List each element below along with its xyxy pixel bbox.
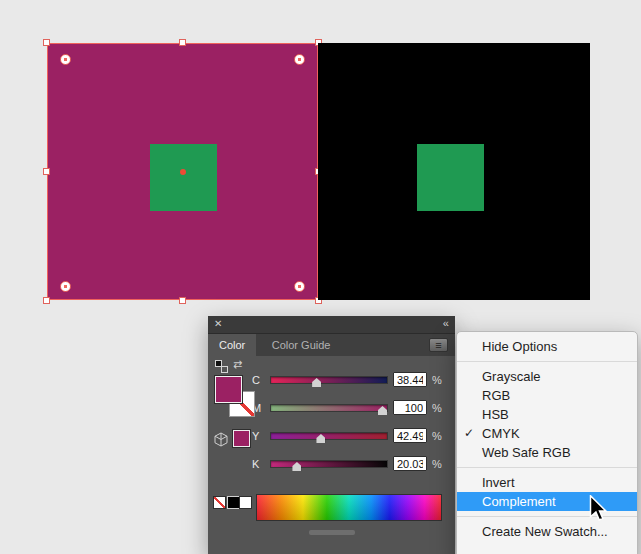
- color-spectrum-bar[interactable]: [256, 494, 442, 521]
- magenta-value-input[interactable]: [393, 400, 427, 415]
- checkmark-icon: ✓: [464, 424, 479, 443]
- corner-radius-widget[interactable]: [294, 281, 305, 292]
- menu-separator: [457, 467, 637, 468]
- tab-color-guide[interactable]: Color Guide: [261, 334, 342, 356]
- left-inner-green-square[interactable]: [150, 144, 217, 211]
- magenta-slider-thumb[interactable]: [378, 406, 387, 415]
- panel-menu-button[interactable]: ≡: [429, 338, 448, 352]
- corner-radius-widget[interactable]: [60, 54, 71, 65]
- panel-resize-grip[interactable]: [309, 530, 355, 535]
- menu-separator: [457, 516, 637, 517]
- black-value-input[interactable]: [393, 456, 427, 471]
- collapse-icon[interactable]: ‹‹: [443, 317, 448, 329]
- menu-item-complement[interactable]: Complement: [457, 492, 637, 511]
- cyan-slider[interactable]: [270, 376, 388, 384]
- illustrator-workspace: ✕ ‹‹ Color Color Guide ≡ ⇄ C %: [0, 0, 641, 554]
- yellow-slider-thumb[interactable]: [316, 434, 325, 443]
- mouse-cursor: [589, 495, 607, 522]
- yellow-percent-sign: %: [432, 430, 442, 442]
- cyan-slider-thumb[interactable]: [312, 378, 321, 387]
- close-icon[interactable]: ✕: [214, 318, 222, 329]
- menu-item-cmyk[interactable]: ✓CMYK: [457, 424, 637, 443]
- menu-item-grayscale[interactable]: Grayscale: [457, 367, 637, 386]
- right-inner-green-square[interactable]: [417, 144, 484, 211]
- panel-tabbar: Color Color Guide ≡: [208, 334, 455, 356]
- black-slider[interactable]: [270, 460, 388, 468]
- menu-item-rgb[interactable]: RGB: [457, 386, 637, 405]
- bbox-handle-top-left[interactable]: [43, 39, 50, 46]
- hamburger-icon: ≡: [435, 339, 441, 351]
- yellow-value-input[interactable]: [393, 428, 427, 443]
- slider-row-yellow: Y %: [208, 428, 455, 444]
- selected-rectangle[interactable]: [47, 43, 318, 300]
- tab-color[interactable]: Color: [208, 334, 256, 356]
- yellow-label: Y: [252, 430, 259, 442]
- white-swatch[interactable]: [239, 496, 252, 509]
- panel-content: ⇄ C % M % Y %: [208, 356, 455, 554]
- bbox-handle-bottom-left[interactable]: [43, 297, 50, 304]
- menu-item-hide-options[interactable]: Hide Options: [457, 337, 637, 356]
- color-panel: ✕ ‹‹ Color Color Guide ≡ ⇄ C %: [208, 316, 455, 554]
- cyan-percent-sign: %: [432, 374, 442, 386]
- black-percent-sign: %: [432, 458, 442, 470]
- swap-fill-stroke-icon[interactable]: ⇄: [233, 358, 242, 371]
- bbox-handle-top-mid[interactable]: [179, 39, 186, 46]
- corner-radius-widget[interactable]: [294, 54, 305, 65]
- bbox-handle-mid-left[interactable]: [43, 168, 50, 175]
- slider-row-black: K %: [208, 456, 455, 472]
- none-swatch[interactable]: [213, 496, 226, 509]
- bbox-handle-bottom-mid[interactable]: [179, 297, 186, 304]
- tab-color-guide-label: Color Guide: [272, 339, 331, 351]
- center-point-indicator: [180, 169, 186, 175]
- tab-color-label: Color: [219, 339, 245, 351]
- cyan-value-input[interactable]: [393, 372, 427, 387]
- menu-separator: [457, 361, 637, 362]
- corner-radius-widget[interactable]: [60, 281, 71, 292]
- panel-flyout-menu: Hide Options Grayscale RGB HSB ✓CMYK Web…: [456, 331, 638, 554]
- fill-swatch[interactable]: [215, 376, 242, 403]
- black-slider-thumb[interactable]: [292, 462, 301, 471]
- black-rectangle[interactable]: [318, 43, 590, 300]
- menu-item-invert[interactable]: Invert: [457, 473, 637, 492]
- panel-titlebar[interactable]: ✕ ‹‹: [208, 316, 455, 334]
- slider-row-cyan: C %: [208, 372, 455, 388]
- magenta-percent-sign: %: [432, 402, 442, 414]
- cyan-label: C: [252, 374, 260, 386]
- menu-item-create-new-swatch[interactable]: Create New Swatch...: [457, 522, 637, 541]
- yellow-slider[interactable]: [270, 432, 388, 440]
- magenta-slider[interactable]: [270, 404, 388, 412]
- menu-item-hsb[interactable]: HSB: [457, 405, 637, 424]
- menu-item-web-safe-rgb[interactable]: Web Safe RGB: [457, 443, 637, 462]
- black-label: K: [252, 458, 259, 470]
